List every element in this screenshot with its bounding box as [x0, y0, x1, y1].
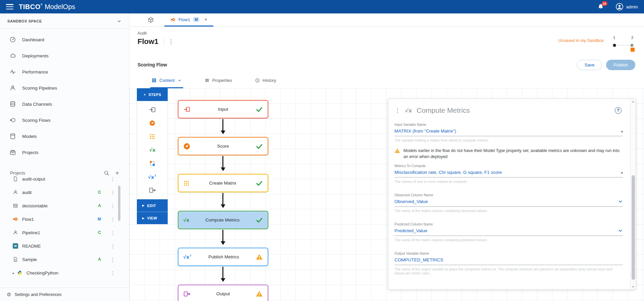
tab-history[interactable]: History: [254, 73, 277, 88]
panel-title: Compute Metrics: [417, 106, 610, 114]
warning-text: Models earlier in the flow do not have t…: [404, 148, 623, 160]
flow-connector-arrow: [222, 119, 223, 133]
field-label: Output Variable Name: [394, 251, 623, 255]
palette-publish-metrics-step[interactable]: √x↑: [137, 170, 167, 184]
dropdown-triangle-icon: ▾: [621, 171, 623, 175]
expand-chevron-icon[interactable]: ▸: [13, 271, 14, 275]
models-icon: [9, 133, 16, 140]
tab-content[interactable]: Content: [150, 73, 183, 88]
tab-properties[interactable]: Properties: [203, 73, 233, 88]
flow-node-compute-metrics[interactable]: √x Compute Metrics: [178, 211, 268, 229]
sidebar-item-label: Projects: [22, 150, 39, 155]
sidebar-item-scoring-pipelines[interactable]: Scoring Pipelines: [0, 80, 129, 96]
palette-steps-header[interactable]: ▼ STEPS: [137, 88, 168, 101]
flow-node-create-matrix[interactable]: Create Matrix: [178, 174, 268, 192]
sidebar-item-projects[interactable]: Projects: [0, 144, 129, 160]
markdown-icon: M: [13, 243, 18, 249]
search-icon[interactable]: [104, 170, 109, 176]
package-icon[interactable]: [143, 13, 158, 27]
sliders-icon: [205, 78, 210, 83]
hamburger-menu-icon[interactable]: [6, 4, 13, 9]
panel-scrollbar[interactable]: ▲ ▼: [630, 99, 636, 289]
palette-view-section[interactable]: ▶ VIEW: [137, 212, 168, 224]
avatar-icon: [615, 3, 624, 11]
sidebar-item-performance[interactable]: Performance: [0, 64, 129, 80]
table-icon: [13, 203, 18, 208]
palette-score-step[interactable]: [137, 116, 167, 130]
project-item-checkingpython[interactable]: ▸ CheckingPython ⋮: [0, 266, 129, 280]
user-menu[interactable]: admin: [615, 3, 638, 11]
data-channels-icon: [9, 101, 16, 107]
project-menu-dots-icon[interactable]: ⋮: [110, 177, 114, 182]
add-project-button[interactable]: +: [115, 170, 119, 176]
flow-node-score[interactable]: Score: [178, 137, 268, 155]
palette-create-matrix-step[interactable]: [137, 130, 167, 143]
project-item-audit[interactable]: audit C ⋮: [0, 186, 129, 199]
metrics-to-compute-dropdown[interactable]: Misclassification rate, Chi square, G sq…: [394, 170, 623, 178]
observed-column-dropdown[interactable]: Observed_Value: [394, 199, 623, 207]
project-menu-dots-icon[interactable]: ⋮: [110, 257, 114, 262]
scroll-up-icon[interactable]: ▲: [631, 100, 636, 103]
publish-button[interactable]: Publish: [606, 60, 635, 70]
matrix-icon: [183, 180, 190, 187]
input-step-icon: [149, 106, 156, 113]
collapsed-triangle-icon: ▶: [142, 204, 145, 207]
scroll-down-icon[interactable]: ▼: [631, 286, 636, 288]
title-menu-dots-icon[interactable]: ⋮: [168, 38, 174, 45]
project-menu-dots-icon[interactable]: ⋮: [110, 217, 114, 222]
project-item-pipeline1[interactable]: Pipeline1 C ⋮: [0, 226, 129, 239]
panel-scrollbar-thumb[interactable]: [632, 175, 635, 280]
settings-and-preferences[interactable]: ⚙ Settings and Preferences: [0, 288, 129, 301]
project-menu-dots-icon[interactable]: ⋮: [110, 190, 114, 195]
project-item-readme[interactable]: M README ⋮: [0, 239, 129, 253]
palette-input-step[interactable]: [137, 103, 167, 116]
predicted-column-dropdown[interactable]: Predicted_Value: [394, 228, 623, 236]
node-label: Create Matrix: [190, 181, 256, 186]
save-button[interactable]: Save: [577, 60, 602, 70]
sidebar-item-label: Data Channels: [22, 102, 52, 107]
project-badge: C: [98, 190, 101, 195]
flow-node-input[interactable]: Input: [178, 100, 268, 118]
panel-header: ⋮ √x Compute Metrics ?: [394, 99, 627, 116]
sidebar-item-dashboard[interactable]: Dashboard: [0, 32, 129, 48]
input-variable-dropdown[interactable]: MATRIX (from "Create Matrix") ▾: [394, 129, 623, 136]
project-menu-dots-icon[interactable]: ⋮: [110, 270, 114, 275]
project-name: audit-output: [22, 177, 45, 182]
projects-list: audit-output ⋮ audit C ⋮ decisiontable A…: [0, 176, 129, 288]
project-item-sample[interactable]: Sample A ⋮: [0, 253, 129, 266]
palette-output-step[interactable]: [137, 184, 167, 197]
project-menu-dots-icon[interactable]: ⋮: [110, 244, 114, 249]
flow-node-publish-metrics[interactable]: √x↑ Publish Metrics: [178, 248, 268, 266]
output-variable-input[interactable]: COMPUTED_METRICS: [394, 257, 623, 265]
sidebar-item-scoring-flows[interactable]: Scoring Flows: [0, 112, 129, 128]
flow-node-output[interactable]: Output: [178, 285, 268, 301]
sidebar-item-deployments[interactable]: Deployments: [0, 48, 129, 64]
close-icon[interactable]: ×: [204, 17, 207, 22]
chevron-down-icon: [618, 199, 623, 204]
project-menu-dots-icon[interactable]: ⋮: [110, 203, 114, 208]
space-selector[interactable]: SANDBOX SPACE: [0, 13, 129, 29]
notifications-button[interactable]: 10: [597, 3, 604, 10]
palette-edit-section[interactable]: ▶ EDIT: [137, 199, 168, 212]
sidebar-item-data-channels[interactable]: Data Channels: [0, 96, 129, 112]
field-output-variable-name: Output Variable Name COMPUTED_METRICS Th…: [394, 251, 623, 275]
field-label: Predicted Column Name: [394, 222, 623, 226]
project-item-flow1[interactable]: Flow1 M ⋮: [0, 212, 129, 226]
project-item-decisiontable[interactable]: decisiontable A ⋮: [0, 199, 129, 212]
project-menu-dots-icon[interactable]: ⋮: [110, 230, 114, 235]
help-icon[interactable]: ?: [615, 107, 622, 114]
sidebar-item-models[interactable]: Models: [0, 128, 129, 144]
panel-menu-dots-icon[interactable]: ⋮: [394, 107, 400, 114]
palette-compute-metrics-step[interactable]: √x: [137, 143, 167, 157]
version-slider[interactable]: 1 2: [611, 36, 635, 52]
sidebar-scrollbar-thumb[interactable]: [118, 186, 120, 221]
project-item-audit-output[interactable]: audit-output ⋮: [0, 176, 129, 186]
sidebar-nav: Dashboard Deployments Performance Scorin…: [0, 29, 129, 160]
node-label: Input: [191, 107, 256, 112]
breadcrumb-project: Audit: [138, 31, 174, 36]
space-selector-label: SANDBOX SPACE: [7, 19, 42, 23]
field-helper: The name of the matrix column containing…: [394, 238, 623, 242]
tab-flow1[interactable]: Flow1 M ×: [164, 13, 213, 27]
palette-pipeline-step[interactable]: [137, 157, 167, 170]
flow-canvas[interactable]: ▼ STEPS √x: [129, 88, 644, 301]
